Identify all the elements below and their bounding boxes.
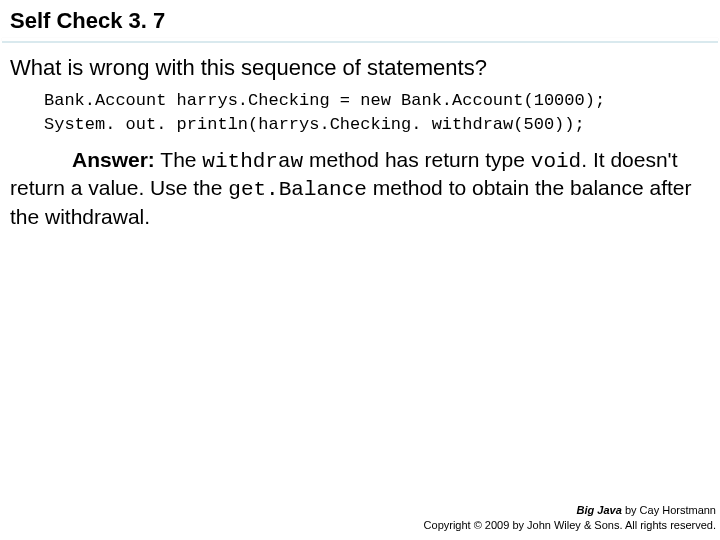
slide-title: Self Check 3. 7 bbox=[0, 0, 720, 38]
answer-paragraph: Answer: The withdraw method has return t… bbox=[0, 143, 720, 232]
code-line-2: System. out. println(harrys.Checking. wi… bbox=[44, 115, 585, 134]
answer-label: Answer: bbox=[72, 148, 155, 171]
divider-bottom bbox=[2, 41, 718, 43]
answer-code-void: void bbox=[531, 150, 581, 173]
footer-line-1: Big Java by Cay Horstmann bbox=[424, 503, 716, 517]
footer-book-title: Big Java bbox=[577, 504, 622, 516]
answer-text-1: The bbox=[155, 148, 202, 171]
answer-text-2: method has return type bbox=[303, 148, 531, 171]
answer-code-getbalance: get.Balance bbox=[228, 178, 367, 201]
answer-code-withdraw: withdraw bbox=[202, 150, 303, 173]
footer: Big Java by Cay Horstmann Copyright © 20… bbox=[424, 503, 716, 532]
footer-copyright: Copyright © 2009 by John Wiley & Sons. A… bbox=[424, 518, 716, 532]
code-block: Bank.Account harrys.Checking = new Bank.… bbox=[0, 89, 720, 143]
question-text: What is wrong with this sequence of stat… bbox=[0, 51, 720, 89]
footer-byline: by Cay Horstmann bbox=[622, 504, 716, 516]
code-line-1: Bank.Account harrys.Checking = new Bank.… bbox=[44, 91, 605, 110]
